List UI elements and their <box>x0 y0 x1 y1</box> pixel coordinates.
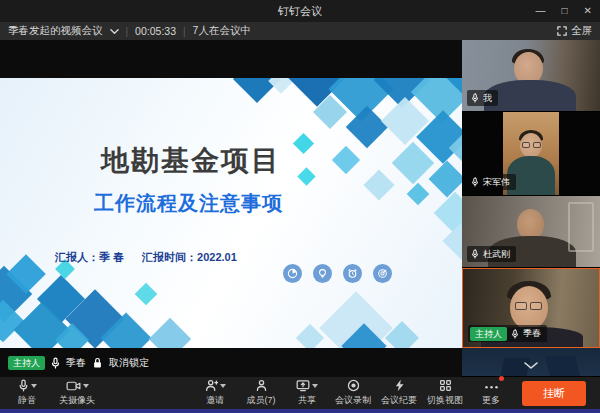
mic-icon <box>18 379 29 392</box>
fullscreen-button[interactable]: 全屏 <box>557 24 592 38</box>
presenter-overlay: 主持人 季春 取消锁定 <box>8 356 149 370</box>
mic-icon <box>471 93 479 103</box>
target-icon <box>373 264 392 283</box>
unlock-button[interactable]: 取消锁定 <box>109 356 149 370</box>
meeting-toolbar: 静音 关摄像头 邀请 成员( <box>0 377 600 409</box>
notification-dot <box>499 376 504 381</box>
window-bottom-edge <box>0 409 600 413</box>
invite-label: 邀请 <box>206 394 224 407</box>
hangup-button[interactable]: 挂断 <box>522 381 586 406</box>
participant-label: 我 <box>467 90 498 106</box>
participant-count: 7人在会议中 <box>193 24 251 38</box>
meeting-timer: 00:05:33 <box>135 25 176 37</box>
window-title: 钉钉会议 <box>0 0 600 22</box>
divider: | <box>126 26 129 37</box>
camera-label: 关摄像头 <box>59 394 95 407</box>
decor-diamond <box>293 133 314 154</box>
mic-icon <box>471 249 479 259</box>
slide-presenter-label: 汇报人：季 春 <box>55 251 124 263</box>
more-participants-chevron-icon[interactable] <box>523 356 539 376</box>
members-label: 成员(7) <box>247 394 276 407</box>
camera-icon <box>66 380 81 392</box>
decor-diamond <box>135 283 158 306</box>
participant-tile-me[interactable]: 我 <box>462 40 600 112</box>
minimize-button[interactable]: — <box>536 0 546 22</box>
titlebar: 钉钉会议 — □ ✕ <box>0 0 600 22</box>
lightbulb-icon <box>313 264 332 283</box>
camera-dropdown-caret[interactable] <box>83 384 89 388</box>
participant-tile-songjunwei[interactable]: 宋军伟 <box>462 112 600 196</box>
decor-diamond <box>363 169 394 200</box>
mute-button[interactable]: 静音 <box>6 379 48 407</box>
decor-diamond <box>429 161 462 198</box>
minutes-button[interactable]: 会议纪要 <box>378 379 420 407</box>
host-badge: 主持人 <box>8 356 45 370</box>
slide-report-time: 汇报时间：2022.01 <box>142 251 237 263</box>
participant-tile-partial[interactable] <box>462 348 600 377</box>
decor-diamond <box>407 183 430 206</box>
participant-name: 我 <box>483 92 492 105</box>
mute-label: 静音 <box>18 394 36 407</box>
lock-icon <box>92 357 103 369</box>
mic-icon <box>51 357 60 369</box>
close-button[interactable]: ✕ <box>584 0 592 22</box>
invite-dropdown-caret[interactable] <box>220 384 226 388</box>
participant-name: 杜武刚 <box>483 248 510 261</box>
record-icon <box>347 379 360 392</box>
presenter-name: 季春 <box>66 356 86 370</box>
meeting-title-dropdown-icon[interactable] <box>110 28 119 35</box>
mic-icon <box>471 177 479 187</box>
record-button[interactable]: 会议录制 <box>332 379 374 407</box>
presentation-slide: 地勘基金项目 工作流程及注意事项 汇报人：季 春汇报时间：2022.01 <box>0 78 462 348</box>
participant-label: 杜武刚 <box>467 246 516 262</box>
share-screen-icon <box>296 379 310 392</box>
participant-name: 宋军伟 <box>483 176 510 189</box>
mute-dropdown-caret[interactable] <box>31 384 37 388</box>
alarm-clock-icon <box>343 264 362 283</box>
shared-screen-area[interactable]: 地勘基金项目 工作流程及注意事项 汇报人：季 春汇报时间：2022.01 <box>0 40 462 377</box>
divider: | <box>183 26 186 37</box>
more-dots-icon <box>484 379 499 392</box>
switch-view-button[interactable]: 切换视图 <box>424 379 466 407</box>
dingtalk-meeting-window: 钉钉会议 — □ ✕ 季春发起的视频会议 | 00:05:33 | 7人在会议中… <box>0 0 600 413</box>
slide-subtitle: 工作流程及注意事项 <box>94 190 283 217</box>
participant-label: 宋军伟 <box>467 174 516 190</box>
more-label: 更多 <box>482 394 500 407</box>
switch-view-label: 切换视图 <box>427 394 463 407</box>
fullscreen-icon <box>557 26 567 36</box>
invite-person-icon <box>205 379 218 392</box>
host-badge: 主持人 <box>470 327 507 341</box>
invite-button[interactable]: 邀请 <box>194 379 236 407</box>
share-button[interactable]: 共享 <box>286 379 328 407</box>
participant-tile-jichun-active[interactable]: 主持人 季春 <box>462 268 600 348</box>
slide-title: 地勘基金项目 <box>101 142 281 180</box>
members-button[interactable]: 成员(7) <box>240 379 282 407</box>
members-icon <box>255 379 268 392</box>
participant-name: 季春 <box>523 327 541 340</box>
fullscreen-label: 全屏 <box>571 24 592 38</box>
mic-icon <box>511 329 519 339</box>
decor-diamond <box>297 167 315 185</box>
participant-sidebar: 我 宋军伟 <box>462 40 600 377</box>
pie-chart-icon <box>283 264 302 283</box>
door-frame <box>568 202 594 252</box>
minutes-label: 会议纪要 <box>381 394 417 407</box>
decor-diamond <box>332 146 360 174</box>
maximize-button[interactable]: □ <box>562 0 568 22</box>
grid-view-icon <box>439 379 452 392</box>
participant-tile-duwugang[interactable]: 杜武刚 <box>462 196 600 268</box>
participant-label: 主持人 季春 <box>468 325 547 342</box>
decor-diamond <box>149 318 191 348</box>
slide-presenter-line: 汇报人：季 春汇报时间：2022.01 <box>55 250 255 265</box>
camera-button[interactable]: 关摄像头 <box>56 379 98 407</box>
share-dropdown-caret[interactable] <box>312 384 318 388</box>
meeting-title: 季春发起的视频会议 <box>8 24 103 38</box>
more-button[interactable]: 更多 <box>470 379 512 407</box>
slide-icon-row <box>283 264 392 283</box>
meeting-info-bar: 季春发起的视频会议 | 00:05:33 | 7人在会议中 全屏 <box>0 22 600 40</box>
share-label: 共享 <box>298 394 316 407</box>
flash-minutes-icon <box>393 379 406 392</box>
record-label: 会议录制 <box>335 394 371 407</box>
